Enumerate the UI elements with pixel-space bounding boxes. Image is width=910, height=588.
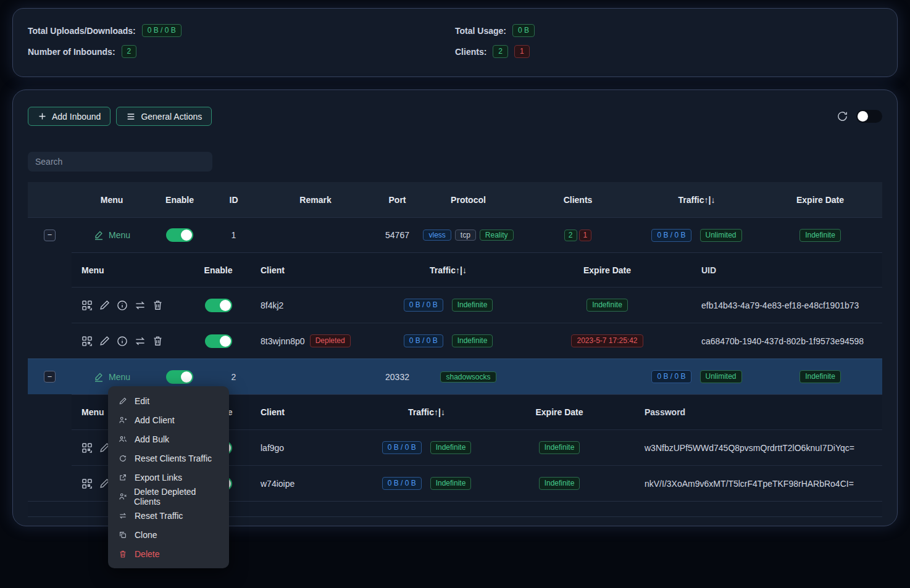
inbound-enable-toggle[interactable] xyxy=(166,228,193,242)
qr-code-icon[interactable] xyxy=(81,299,93,312)
reset-traffic-icon[interactable] xyxy=(134,335,146,347)
qr-code-icon[interactable] xyxy=(81,335,93,347)
traffic-badge: 0 B / 0 B xyxy=(651,370,691,383)
header-id: ID xyxy=(207,195,260,205)
menu-item-export-links[interactable]: Export Links xyxy=(108,468,229,487)
client-row: 8f4kj2 0 B / 0 B Indefinite Indefinite e… xyxy=(72,287,882,323)
stat-label: Total Usage: xyxy=(455,26,506,36)
search-input[interactable] xyxy=(28,152,212,172)
client-name: 8f4kj2 xyxy=(261,300,283,310)
delete-client-icon[interactable] xyxy=(152,335,164,347)
client-enable-toggle[interactable] xyxy=(205,334,232,348)
header-menu: Menu xyxy=(72,195,152,205)
traffic-total-badge: Indefinite xyxy=(430,441,472,454)
expire-badge: Indefinite xyxy=(799,370,841,383)
stats-grid: Total Uploads/Downloads: 0 B / 0 B Total… xyxy=(28,23,882,59)
traffic-total-badge: Unlimited xyxy=(700,229,742,242)
inbound-menu-label: Menu xyxy=(109,372,130,382)
qr-code-icon[interactable] xyxy=(81,442,93,454)
toolbar: Add Inbound General Actions xyxy=(13,90,897,126)
menu-item-clone[interactable]: Clone xyxy=(108,525,229,544)
info-icon[interactable] xyxy=(116,335,128,347)
total-traffic-badge: 0 B / 0 B xyxy=(142,24,182,37)
client-name: 8t3wjnn8p0 xyxy=(261,336,305,346)
reset-traffic-icon[interactable] xyxy=(134,299,146,312)
client-actions xyxy=(72,299,186,312)
menu-item-add-bulk[interactable]: Add Bulk xyxy=(108,429,229,449)
header-uid: UID xyxy=(689,265,890,275)
toolbar-right xyxy=(837,110,882,123)
protocol-tag: vless xyxy=(423,230,451,241)
edit-icon[interactable] xyxy=(99,299,111,311)
client-uid: efb14b43-4a79-4e83-ef18-e48cf1901b73 xyxy=(689,300,890,310)
traffic-badge: 0 B / 0 B xyxy=(382,441,422,454)
client-row: 8t3wjnn8p0 Depleted 0 B / 0 B Indefinite… xyxy=(72,323,882,358)
menu-item-reset-traffic[interactable]: Reset Traffic xyxy=(108,506,229,525)
menu-item-delete[interactable]: Delete xyxy=(108,544,229,563)
inbound-menu-button[interactable]: Menu xyxy=(93,230,130,241)
inbound-context-menu: Edit Add Client Add Bulk Reset Clients T… xyxy=(108,386,229,568)
edit-icon[interactable] xyxy=(99,335,111,347)
clients-depleted-badge: 1 xyxy=(514,45,530,58)
inbound-id: 1 xyxy=(207,230,260,240)
qr-code-icon[interactable] xyxy=(81,478,93,490)
menu-item-reset-clients-traffic[interactable]: Reset Clients Traffic xyxy=(108,449,229,468)
stat-label: Total Uploads/Downloads: xyxy=(28,26,136,36)
theme-toggle[interactable] xyxy=(856,110,882,123)
add-inbound-button[interactable]: Add Inbound xyxy=(28,107,111,126)
stat-total-usage: Total Usage: 0 B xyxy=(455,23,882,38)
protocol-tag: shadowsocks xyxy=(440,371,496,383)
inbound-menu-button[interactable]: Menu xyxy=(93,371,130,383)
inbound-enable-toggle[interactable] xyxy=(166,370,193,384)
header-expire-date: Expire Date xyxy=(498,407,621,417)
general-actions-button[interactable]: General Actions xyxy=(116,107,212,126)
edit-menu-icon xyxy=(93,230,104,241)
menu-item-delete-depleted-clients[interactable]: Delete Depleted Clients xyxy=(108,487,229,506)
client-enable-toggle[interactable] xyxy=(205,299,232,312)
delete-client-icon[interactable] xyxy=(152,299,164,311)
header-traffic-sort[interactable]: Traffic↑|↓ xyxy=(643,195,751,205)
clients-header-row: Menu Enable Client Traffic↑|↓ Expire Dat… xyxy=(72,253,882,287)
delete-depleted-clients-icon xyxy=(119,492,127,501)
traffic-total-badge: Indefinite xyxy=(430,477,472,490)
collapse-row-button[interactable]: − xyxy=(44,371,56,383)
clients-depleted-count-badge: 1 xyxy=(579,230,592,241)
depleted-badge: Depleted xyxy=(310,334,351,347)
menu-item-edit[interactable]: Edit xyxy=(108,391,229,410)
client-password: w3NfbzUPf5WWd745Q8pvsmQrdrttT2lO6knuI7Di… xyxy=(621,443,890,453)
inbounds-header-row: Menu Enable ID Remark Port Protocol Clie… xyxy=(28,182,882,217)
export-links-icon xyxy=(119,473,128,482)
traffic-badge: 0 B / 0 B xyxy=(382,477,422,490)
delete-icon xyxy=(119,550,128,558)
inbound-port: 20332 xyxy=(371,372,424,382)
expire-badge: Indefinite xyxy=(799,229,841,242)
add-inbound-label: Add Inbound xyxy=(52,112,101,122)
plus-icon xyxy=(38,112,47,121)
header-traffic-sort[interactable]: Traffic↑|↓ xyxy=(371,265,525,275)
collapse-row-button[interactable]: − xyxy=(44,230,56,241)
client-password: nkV/I/3XoAm9v6xMT/T5lcrF4TpeTKF98rHARbRo… xyxy=(621,479,890,489)
stat-label: Clients: xyxy=(455,47,486,57)
info-icon[interactable] xyxy=(116,299,128,312)
menu-item-add-client[interactable]: Add Client xyxy=(108,410,229,429)
general-actions-label: General Actions xyxy=(141,112,202,122)
expire-badge: Indefinite xyxy=(539,477,580,490)
menu-item-label: Export Links xyxy=(135,473,182,482)
stat-total-uploads-downloads: Total Uploads/Downloads: 0 B / 0 B xyxy=(28,23,455,38)
traffic-total-badge: Indefinite xyxy=(452,334,493,347)
total-usage-badge: 0 B xyxy=(512,24,535,37)
clients-active-count-badge: 2 xyxy=(564,230,577,241)
reset-clients-traffic-icon xyxy=(119,454,128,463)
refresh-icon[interactable] xyxy=(837,110,848,122)
header-traffic-sort[interactable]: Traffic↑|↓ xyxy=(356,407,498,417)
inbound-row-1: − Menu 1 54767 vless tcp Reality 2 1 0 xyxy=(28,217,882,252)
clone-icon xyxy=(119,531,128,539)
header-client: Client xyxy=(251,407,356,417)
search-wrap xyxy=(28,152,882,172)
security-tag: Reality xyxy=(480,230,514,241)
traffic-total-badge: Unlimited xyxy=(700,370,742,383)
hamburger-icon xyxy=(126,112,136,122)
stat-inbounds-count: Number of Inbounds: 2 xyxy=(28,44,455,59)
transport-tag: tcp xyxy=(455,230,476,241)
edit-icon xyxy=(119,397,128,405)
